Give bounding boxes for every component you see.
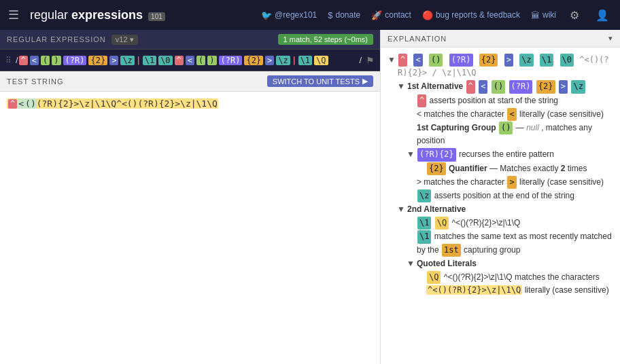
spacer1: [407, 94, 415, 107]
1st-alt-quant: {2}: [536, 80, 555, 93]
quoted-literals-heading: Quoted Literals: [417, 259, 477, 268]
tree-caret-assert: ^ asserts position at start of the strin…: [388, 94, 613, 107]
tree-1st-alt-toggle[interactable]: ▼: [397, 80, 405, 93]
test-token-gt: >: [74, 98, 80, 109]
settings-icon[interactable]: ⚙: [567, 6, 582, 24]
chevron-right-icon: ▶: [362, 77, 368, 86]
main-layout: REGULAR EXPRESSION v12 ▾ 1 match, 52 ste…: [0, 30, 620, 364]
token-lt-bracket2: <: [186, 56, 194, 65]
tree-2nd-alt-tokens: \1 \Q ^<()(?R){2}>\z|\1\Q: [388, 217, 613, 230]
1st-alt-heading: 1st Alternative: [407, 81, 463, 91]
gt-match-content: > matches the character > literally (cas…: [417, 176, 613, 189]
version-dropdown[interactable]: v12 ▾: [111, 35, 138, 45]
test-group1-open: (): [24, 98, 37, 109]
1st-cap-group-desc: , matches: [541, 123, 579, 132]
token-backslash-z: \z: [120, 56, 134, 65]
regex-input-container[interactable]: ⠿ / ^ < ( ) (?R) {2} > \z | \1 \0 ^ < ( …: [0, 50, 380, 71]
test-string-area[interactable]: ^<()(?R){2}>\z|\1\Q^<()(?R){2}>\z|\1\Q: [0, 92, 380, 364]
token-backslash-1b: \1: [298, 56, 312, 65]
explanation-collapse-icon[interactable]: ▾: [608, 34, 613, 43]
1st-alt-group: (): [492, 80, 505, 93]
tree-1st-cap-group: 1st Capturing Group () — null , matches …: [388, 122, 613, 147]
spacer2: [407, 108, 415, 121]
token-group-open: (: [41, 56, 50, 65]
tree-qr-toggle[interactable]: ▼: [407, 148, 415, 161]
brand-logo: regular expressions 101: [30, 8, 165, 22]
tree-backslash-1-expl: \1 matches the same text as most recentl…: [388, 230, 613, 256]
bookmark-icon[interactable]: ⚑: [366, 55, 375, 66]
1st-ref-tag: 1st: [442, 244, 461, 257]
nav-twitter-link[interactable]: 🐦 @regex101: [261, 10, 317, 20]
token-group-open2: (: [196, 56, 205, 65]
left-panel: REGULAR EXPRESSION v12 ▾ 1 match, 52 ste…: [0, 30, 381, 364]
2nd-backslash-1: \1: [417, 217, 431, 230]
test-token-quant: {2}: [58, 98, 73, 109]
match-badge: 1 match, 52 steps (~0ms): [278, 34, 373, 45]
brand-version-badge: 101: [148, 12, 165, 21]
explanation-header: EXPLANATION ▾: [381, 30, 620, 48]
rp-caret: ^: [398, 54, 407, 67]
brand-expressions: expressions: [68, 8, 143, 22]
token-group-close2: ): [207, 56, 216, 65]
menu-icon[interactable]: ☰: [8, 7, 19, 22]
token-alt2: |: [292, 55, 297, 65]
spacer5: [407, 176, 415, 189]
2nd-rest: ^<()(?R){2}>\z|\1\Q: [452, 218, 521, 228]
nav-wiki-link[interactable]: 🏛 wiki: [531, 10, 556, 20]
nav-contact-link[interactable]: 🚀 contact: [371, 10, 411, 20]
1st-alt-qr: (?R): [509, 80, 533, 93]
rp-gt: >: [504, 54, 513, 67]
tree-backslash-z-assert: \z asserts position at the end of the st…: [388, 189, 613, 202]
token-alt1: |: [136, 55, 141, 65]
1st-alt-lt: <: [479, 80, 487, 93]
user-icon[interactable]: 👤: [593, 6, 612, 24]
quoted-matches-text: matches the characters: [515, 272, 600, 282]
gt-match-text: > matches the character: [417, 177, 506, 187]
twitter-icon: 🐦: [261, 10, 272, 20]
regex-section-title: REGULAR EXPRESSION: [7, 35, 106, 43]
rp-backslash-1: \1: [540, 54, 553, 67]
1st-cap-group-dash: —: [516, 123, 526, 132]
bug-icon: 🔴: [422, 10, 433, 20]
quant-expl-text: Quantifier — Matches exactly: [449, 164, 561, 173]
backslash-1-expl-text2: capturing group: [464, 245, 520, 255]
brand-regular: regular: [30, 8, 68, 22]
nav-donate-link[interactable]: $ donate: [328, 10, 360, 20]
right-panel: EXPLANATION ▾ ▼ ^ < () (?R) {2} > \z \1: [381, 30, 620, 364]
gt-match-text2: literally (case sensitive): [519, 177, 604, 187]
donate-icon: $: [328, 10, 332, 20]
spacer3: [407, 122, 415, 134]
rp-lt: <: [413, 54, 422, 67]
regex-content[interactable]: ^ < ( ) (?R) {2} > \z | \1 \0 ^ < ( ) (?…: [18, 55, 356, 65]
tree-1st-alt-header: ▼ 1st Alternative ^ < () (?R) {2} > \z: [388, 80, 613, 93]
qr-recurse-content: (?R){2} recurses the entire pattern: [417, 148, 613, 161]
caret-assert-text: asserts position at start of the string: [430, 96, 558, 105]
1st-alt-caret: ^: [466, 80, 475, 93]
nav-bugreport-link[interactable]: 🔴 bug reports & feedback: [422, 10, 520, 20]
lt-match-content: < matches the character < literally (cas…: [417, 108, 613, 121]
switch-to-unit-tests-button[interactable]: SWITCH TO UNIT TESTS ▶: [267, 75, 373, 87]
tree-qr-recurse: ▼ (?R){2} recurses the entire pattern: [388, 148, 613, 161]
backslash-1-token-expl: \1: [417, 230, 431, 243]
tree-quant-expl: {2} Quantifier — Matches exactly 2 times: [388, 162, 613, 175]
drag-handle-icon: ⠿: [5, 56, 12, 65]
wiki-icon: 🏛: [531, 10, 540, 20]
tree-2nd-alt-toggle[interactable]: ▼: [397, 203, 405, 216]
rp-quant: {2}: [479, 54, 498, 67]
quoted-pattern-Q: \Q: [427, 271, 441, 284]
backslash-z-assert-text: asserts position at the end of the strin…: [434, 191, 574, 200]
spacer4: [416, 162, 424, 175]
token-group-close: ): [52, 56, 61, 65]
token-caret2: ^: [175, 56, 184, 65]
contact-icon: 🚀: [371, 10, 382, 20]
regex-header: REGULAR EXPRESSION v12 ▾ 1 match, 52 ste…: [0, 30, 380, 50]
quant-number: 2: [561, 164, 566, 173]
tree-quoted-toggle[interactable]: ▼: [407, 257, 415, 270]
caret-assert-content: ^ asserts position at start of the strin…: [417, 94, 613, 107]
quoted-match-highlight: ^<()(?R){2}>\z|\1\Q: [426, 285, 522, 295]
token-backslash-z2: \z: [276, 56, 290, 65]
root-pattern-tokens: ^ < () (?R) {2} > \z \1 \0 ^<()(?R){2}> …: [398, 55, 609, 77]
tree-quoted-pattern: \Q ^<()(?R){2}>\z|\1\Q matches the chara…: [388, 271, 613, 297]
tree-root-toggle[interactable]: ▼: [388, 54, 396, 67]
spacer9: [416, 271, 424, 284]
